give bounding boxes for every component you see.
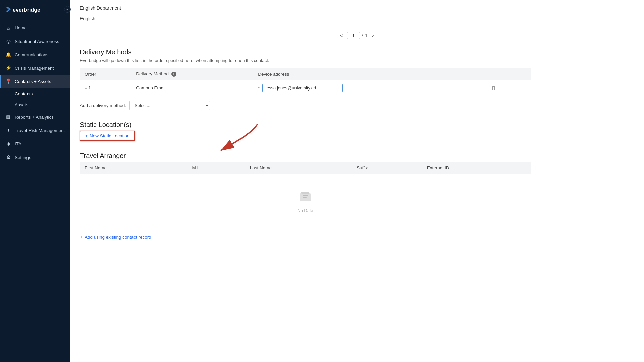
add-delivery-method-row: Add a delivery method: Select... Email S… bbox=[80, 101, 531, 110]
add-delivery-label: Add a delivery method: bbox=[80, 103, 126, 108]
page-number-input[interactable] bbox=[347, 32, 360, 39]
home-icon: ⌂ bbox=[5, 25, 11, 31]
sidebar-item-label: Reports + Analytics bbox=[15, 115, 54, 120]
table-row: ≡ 1 Campus Email * 🗑 bbox=[80, 80, 531, 96]
contacts-assets-icon: 📍 bbox=[5, 78, 11, 84]
crisis-management-icon: ⚡ bbox=[5, 65, 11, 71]
sidebar-item-label: ITA bbox=[15, 141, 21, 146]
new-static-location-button[interactable]: + New Static Location bbox=[80, 131, 135, 141]
static-locations-title: Static Location(s) bbox=[80, 121, 531, 129]
drag-handle-icon[interactable]: ≡ bbox=[85, 85, 87, 90]
delete-row-button[interactable]: 🗑 bbox=[489, 84, 499, 92]
annotation-container: + New Static Location bbox=[80, 131, 135, 141]
next-page-button[interactable]: > bbox=[369, 32, 376, 39]
add-existing-plus-icon: + bbox=[80, 235, 83, 240]
pagination-separator: / bbox=[362, 33, 363, 38]
row-delete-action: 🗑 bbox=[485, 80, 531, 96]
col-external-id: External ID bbox=[422, 162, 531, 174]
pagination-total: 1 bbox=[365, 33, 367, 38]
no-data-label: No Data bbox=[297, 208, 313, 213]
empty-state-row: No Data bbox=[80, 174, 531, 227]
row-delivery-method: Campus Email bbox=[131, 80, 253, 96]
svg-rect-5 bbox=[303, 197, 307, 198]
travel-arranger-table: First Name M.I. Last Name Suffix Externa bbox=[80, 162, 531, 227]
col-delivery-method: Delivery Method i bbox=[131, 68, 253, 80]
email-input[interactable] bbox=[262, 84, 343, 92]
col-actions bbox=[485, 68, 531, 80]
sidebar-item-home[interactable]: ⌂ Home bbox=[0, 21, 70, 35]
no-data-cell: No Data bbox=[80, 174, 531, 227]
sidebar-sub-item-contacts[interactable]: Contacts bbox=[0, 88, 70, 99]
ita-icon: ◈ bbox=[5, 141, 11, 147]
prev-page-button[interactable]: < bbox=[338, 32, 345, 39]
delivery-method-select[interactable]: Select... Email SMS Phone bbox=[129, 101, 210, 110]
sidebar-item-label: Crisis Management bbox=[15, 66, 54, 71]
sidebar-collapse-button[interactable]: « bbox=[64, 6, 71, 13]
sidebar: everbridge « ⌂ Home ◎ Situational Awaren… bbox=[0, 0, 70, 362]
row-device-address: * bbox=[253, 80, 484, 96]
sidebar-sub-item-label: Contacts bbox=[15, 91, 33, 96]
logo: everbridge bbox=[0, 0, 70, 19]
col-device-address: Device address bbox=[253, 68, 484, 80]
sidebar-item-ita[interactable]: ◈ ITA bbox=[0, 137, 70, 150]
no-data-container: No Data bbox=[85, 177, 526, 223]
sidebar-sub-item-label: Assets bbox=[15, 102, 29, 107]
delivery-methods-title: Delivery Methods bbox=[80, 48, 531, 56]
col-mi: M.I. bbox=[187, 162, 245, 174]
everbridge-logo: everbridge bbox=[5, 4, 49, 14]
row-order: ≡ 1 bbox=[80, 80, 131, 96]
list-item[interactable]: English bbox=[70, 13, 644, 24]
col-suffix: Suffix bbox=[352, 162, 422, 174]
delivery-methods-table: Order Delivery Method i Device address bbox=[80, 68, 531, 96]
plus-icon: + bbox=[85, 133, 88, 138]
delivery-methods-description: Everbridge will go down this list, in th… bbox=[80, 58, 531, 63]
col-last-name: Last Name bbox=[245, 162, 352, 174]
svg-rect-4 bbox=[303, 195, 308, 196]
content-area: Delivery Methods Everbridge will go down… bbox=[70, 48, 540, 256]
pagination: < / 1 > bbox=[70, 27, 644, 48]
sidebar-item-label: Travel Risk Management bbox=[15, 128, 65, 133]
static-locations-section: Static Location(s) + New Static Location bbox=[80, 121, 531, 141]
add-existing-label: Add using existing contact record bbox=[85, 235, 151, 240]
delivery-methods-section: Delivery Methods Everbridge will go down… bbox=[80, 48, 531, 110]
sidebar-item-label: Home bbox=[15, 25, 27, 31]
sidebar-item-settings[interactable]: ⚙ Settings bbox=[0, 150, 70, 164]
add-existing-contact-row[interactable]: + Add using existing contact record bbox=[80, 232, 531, 242]
delivery-method-info-icon[interactable]: i bbox=[171, 72, 176, 77]
required-indicator: * bbox=[258, 85, 260, 90]
sidebar-item-crisis-management[interactable]: ⚡ Crisis Management bbox=[0, 61, 70, 75]
col-first-name: First Name bbox=[80, 162, 187, 174]
sidebar-item-communications[interactable]: 🔔 Communications bbox=[0, 48, 70, 61]
sidebar-item-travel-risk[interactable]: ✈ Travel Risk Management bbox=[0, 124, 70, 137]
svg-rect-3 bbox=[301, 192, 309, 194]
situational-awareness-icon: ◎ bbox=[5, 38, 11, 44]
sidebar-nav: ⌂ Home ◎ Situational Awareness 🔔 Communi… bbox=[0, 19, 70, 362]
sidebar-item-situational-awareness[interactable]: ◎ Situational Awareness bbox=[0, 35, 70, 48]
col-order: Order bbox=[80, 68, 131, 80]
active-indicator bbox=[0, 75, 1, 88]
sidebar-item-label: Communications bbox=[15, 52, 49, 57]
no-data-icon bbox=[299, 191, 312, 205]
main-content: English Department English < / 1 > Deliv… bbox=[70, 0, 644, 362]
sidebar-item-contacts-assets[interactable]: 📍 Contacts + Assets bbox=[0, 75, 70, 88]
sidebar-sub-item-assets[interactable]: Assets bbox=[0, 99, 70, 110]
travel-icon: ✈ bbox=[5, 127, 11, 133]
settings-icon: ⚙ bbox=[5, 154, 11, 160]
new-static-location-label: New Static Location bbox=[90, 133, 129, 138]
sidebar-item-reports-analytics[interactable]: ▦ Reports + Analytics bbox=[0, 110, 70, 124]
travel-arranger-section: Travel Arranger First Name M.I. Last Nam… bbox=[80, 152, 531, 242]
communications-icon: 🔔 bbox=[5, 52, 11, 58]
list-item[interactable]: English Department bbox=[70, 3, 644, 13]
reports-icon: ▦ bbox=[5, 114, 11, 120]
travel-arranger-title: Travel Arranger bbox=[80, 152, 531, 160]
sidebar-item-label: Settings bbox=[15, 155, 31, 160]
top-list: English Department English bbox=[70, 0, 644, 27]
svg-text:everbridge: everbridge bbox=[13, 7, 40, 13]
sidebar-item-label: Situational Awareness bbox=[15, 39, 59, 44]
sidebar-item-label: Contacts + Assets bbox=[15, 79, 51, 84]
